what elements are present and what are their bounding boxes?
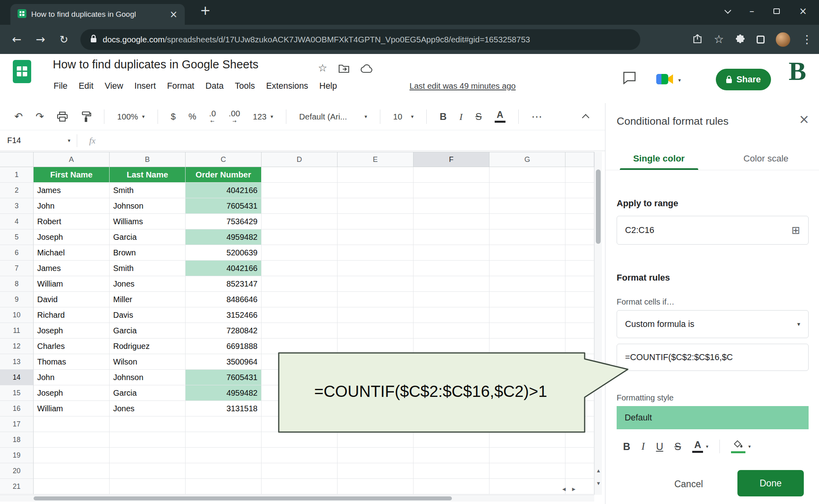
row-header-9[interactable]: 9 [0, 292, 34, 307]
row-header-21[interactable]: 21 [0, 479, 34, 494]
custom-formula-input[interactable]: =COUNTIF($C$2:$C$16,$C [617, 344, 809, 371]
cell-partial-11[interactable] [565, 323, 594, 339]
cell-D16[interactable] [262, 401, 338, 416]
vertical-scrollbar-thumb[interactable] [596, 169, 601, 244]
cell-partial-20[interactable] [565, 463, 594, 479]
cell-partial-17[interactable] [565, 416, 594, 432]
address-bar[interactable]: docs.google.com/spreadsheets/d/17UJw8zuk… [80, 29, 640, 50]
cell-D12[interactable] [262, 339, 338, 354]
cell-partial-10[interactable] [565, 307, 594, 323]
cell-D18[interactable] [262, 432, 338, 448]
cell-A9[interactable]: David [34, 292, 110, 307]
cell-D13[interactable] [262, 354, 338, 370]
column-header-D[interactable]: D [262, 152, 338, 167]
document-title[interactable]: How to find duplicates in Google Sheets [53, 58, 258, 71]
cell-D4[interactable] [262, 214, 338, 229]
format-currency-button[interactable]: $ [171, 112, 176, 122]
cancel-button[interactable]: Cancel [657, 472, 721, 496]
menu-format[interactable]: Format [162, 81, 200, 91]
cell-G12[interactable] [489, 339, 565, 354]
cell-partial-15[interactable] [565, 385, 594, 401]
cell-A16[interactable]: William [34, 401, 110, 416]
more-formats-button[interactable]: 123▾ [253, 112, 273, 122]
cell-A10[interactable]: Richard [34, 307, 110, 323]
font-select[interactable]: Default (Ari...▾ [299, 112, 367, 122]
cell-G4[interactable] [489, 214, 565, 229]
cell-C4[interactable]: 7536429 [186, 214, 262, 229]
condition-dropdown-icon[interactable]: ▾ [797, 321, 800, 328]
back-button[interactable]: ← [12, 34, 21, 45]
row-header-14[interactable]: 14 [0, 370, 34, 385]
cell-A3[interactable]: John [34, 198, 110, 214]
cell-A18[interactable] [34, 432, 110, 448]
cell-F3[interactable] [413, 198, 489, 214]
cell-F4[interactable] [413, 214, 489, 229]
row-header-12[interactable]: 12 [0, 339, 34, 354]
row-header-19[interactable]: 19 [0, 448, 34, 463]
bookmark-star-icon[interactable]: ☆ [714, 34, 724, 45]
column-header-A[interactable]: A [34, 152, 110, 167]
cell-F13[interactable] [413, 354, 489, 370]
cell-G13[interactable] [489, 354, 565, 370]
cell-E15[interactable] [338, 385, 413, 401]
extensions-puzzle-icon[interactable] [735, 34, 745, 46]
menu-insert[interactable]: Insert [129, 81, 162, 91]
scroll-down-icon[interactable]: ▾ [595, 480, 602, 487]
cell-F5[interactable] [413, 229, 489, 245]
range-input[interactable]: C2:C16 ⊞ [617, 216, 809, 245]
row-header-8[interactable]: 8 [0, 276, 34, 292]
cell-G16[interactable] [489, 401, 565, 416]
cell-B20[interactable] [110, 463, 186, 479]
cell-E7[interactable] [338, 261, 413, 276]
font-size-select[interactable]: 10▾ [393, 112, 413, 122]
column-header-E[interactable]: E [338, 152, 413, 167]
row-header-1[interactable]: 1 [0, 167, 34, 183]
cell-B16[interactable]: Jones [110, 401, 186, 416]
column-header-B[interactable]: B [110, 152, 186, 167]
cell-G1[interactable] [489, 167, 565, 183]
cell-D17[interactable] [262, 416, 338, 432]
row-header-13[interactable]: 13 [0, 354, 34, 370]
name-box[interactable]: F14 ▾ [0, 130, 77, 151]
cell-A4[interactable]: Robert [34, 214, 110, 229]
cell-G6[interactable] [489, 245, 565, 261]
collapse-toolbar-button[interactable] [583, 113, 588, 120]
cell-E1[interactable] [338, 167, 413, 183]
cell-E13[interactable] [338, 354, 413, 370]
cell-C11[interactable]: 7280842 [186, 323, 262, 339]
bold-button[interactable]: B [439, 112, 446, 122]
format-percent-button[interactable]: % [188, 112, 196, 122]
cell-F1[interactable] [413, 167, 489, 183]
cell-C16[interactable]: 3131518 [186, 401, 262, 416]
meet-controls[interactable]: ▾ [656, 72, 681, 88]
cell-G3[interactable] [489, 198, 565, 214]
tab-search-chevron-icon[interactable] [724, 7, 731, 14]
cell-F10[interactable] [413, 307, 489, 323]
cell-B21[interactable] [110, 479, 186, 494]
share-button[interactable]: Share [716, 69, 771, 90]
cell-D21[interactable] [262, 479, 338, 494]
row-header-6[interactable]: 6 [0, 245, 34, 261]
cell-F12[interactable] [413, 339, 489, 354]
cell-G8[interactable] [489, 276, 565, 292]
cell-A12[interactable]: Charles [34, 339, 110, 354]
cell-D8[interactable] [262, 276, 338, 292]
cell-C21[interactable] [186, 479, 262, 494]
cell-F8[interactable] [413, 276, 489, 292]
cell-D9[interactable] [262, 292, 338, 307]
cell-A13[interactable]: Thomas [34, 354, 110, 370]
cell-A21[interactable] [34, 479, 110, 494]
cell-C3[interactable]: 7605431 [186, 198, 262, 214]
star-document-icon[interactable]: ☆ [318, 63, 327, 73]
paint-format-button[interactable] [81, 111, 91, 122]
cell-C9[interactable]: 8486646 [186, 292, 262, 307]
decrease-decimal-button[interactable]: .0← [209, 110, 216, 124]
cell-E2[interactable] [338, 183, 413, 198]
cell-E20[interactable] [338, 463, 413, 479]
style-bold-button[interactable]: B [623, 441, 630, 452]
cell-E8[interactable] [338, 276, 413, 292]
cell-G11[interactable] [489, 323, 565, 339]
cell-B19[interactable] [110, 448, 186, 463]
row-header-3[interactable]: 3 [0, 198, 34, 214]
cell-B9[interactable]: Miller [110, 292, 186, 307]
